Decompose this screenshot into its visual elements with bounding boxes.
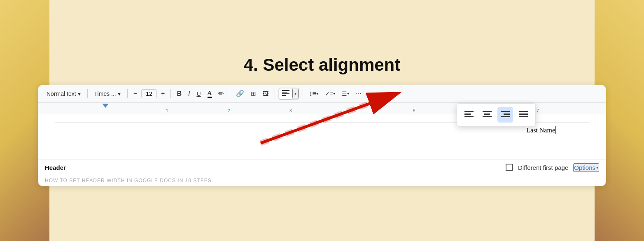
ruler-mark-3: 3	[289, 109, 292, 113]
separator-5	[275, 89, 275, 98]
svg-rect-5	[464, 114, 471, 115]
font-size-value: 12	[146, 90, 152, 97]
align-popup	[457, 103, 536, 126]
svg-rect-2	[282, 93, 289, 94]
ruler-mark-2: 2	[228, 109, 230, 113]
font-size-increase[interactable]: +	[159, 89, 167, 98]
header-label: Header	[45, 164, 66, 171]
font-size-input[interactable]: 12	[141, 89, 157, 98]
main-container: 4. Select alignment Normal text ▾ Times …	[38, 55, 606, 186]
text-cursor	[555, 126, 556, 134]
svg-rect-3	[282, 95, 286, 96]
align-left-icon	[282, 90, 289, 96]
different-first-page-label: Different first page	[518, 164, 568, 171]
svg-rect-4	[464, 111, 474, 112]
svg-rect-0	[282, 90, 289, 91]
bold-icon: B	[177, 90, 182, 97]
link-icon: 🔗	[236, 90, 244, 97]
separator-6	[303, 89, 303, 98]
highlight-button[interactable]: ✏	[216, 88, 226, 100]
ruler-mark-4: 4	[351, 109, 354, 113]
insert-icon: ⊞	[251, 90, 256, 97]
align-center-popup-button[interactable]	[479, 107, 495, 123]
bottom-hint-text: HOW TO SET HEADER WIDTH IN GOOGLE DOCS I…	[38, 175, 606, 186]
footer-right: Different first page Options ▾	[506, 163, 599, 172]
insert-button[interactable]: ⊞	[248, 88, 259, 99]
underline-icon: U	[196, 90, 201, 97]
align-left-popup-icon	[464, 111, 474, 118]
svg-rect-1	[282, 92, 287, 93]
svg-rect-13	[519, 111, 528, 112]
font-color-icon: A	[208, 90, 212, 98]
svg-rect-9	[483, 116, 492, 117]
toolbar: Normal text ▾ Times ... ▾ − 12 + B	[38, 85, 606, 103]
svg-rect-11	[504, 114, 510, 115]
align-dropdown-button[interactable]: ▾	[292, 89, 299, 98]
font-label: Times ...	[94, 90, 116, 97]
font-dropdown-icon: ▾	[118, 90, 121, 97]
page-title: 4. Select alignment	[244, 55, 400, 75]
normal-text-dropdown-icon: ▾	[78, 90, 81, 97]
svg-rect-14	[519, 114, 528, 115]
svg-rect-10	[501, 111, 510, 112]
svg-rect-15	[519, 116, 528, 117]
more-button[interactable]: ⋯	[353, 89, 364, 99]
svg-rect-6	[464, 116, 474, 117]
normal-text-button[interactable]: Normal text ▾	[43, 89, 84, 99]
svg-rect-8	[484, 114, 490, 115]
different-first-page-checkbox[interactable]	[506, 164, 513, 171]
line-spacing-button[interactable]: ↕≡ ▾	[306, 88, 320, 99]
separator-1	[87, 89, 88, 98]
align-right-popup-button[interactable]	[497, 107, 513, 123]
last-name-text: Last Name	[526, 127, 555, 134]
separator-3	[170, 89, 171, 98]
ruler-mark-5: 5	[413, 109, 415, 113]
font-selector[interactable]: Times ... ▾	[91, 89, 124, 99]
image-icon: 🖼	[263, 90, 269, 97]
bullets-button[interactable]: ☰ ▾	[339, 89, 352, 99]
font-size-decrease[interactable]: −	[131, 89, 140, 98]
ruler-mark-7: 7	[537, 109, 539, 113]
document-container: Normal text ▾ Times ... ▾ − 12 + B	[38, 85, 606, 186]
highlight-icon: ✏	[218, 89, 224, 98]
bullets-icon: ☰	[342, 90, 347, 97]
normal-text-label: Normal text	[47, 90, 76, 97]
document-footer: Header Different first page Options ▾	[38, 160, 606, 175]
options-dropdown-icon: ▾	[596, 165, 598, 170]
bold-button[interactable]: B	[174, 88, 184, 99]
line-spacing-icon: ↕≡	[309, 90, 316, 97]
ruler-mark-1: 1	[166, 109, 168, 113]
options-label: Options	[574, 164, 595, 171]
align-left-popup-button[interactable]	[461, 107, 477, 123]
align-active-button[interactable]	[279, 88, 292, 99]
plus-icon: +	[161, 90, 165, 97]
svg-rect-7	[483, 111, 492, 112]
link-button[interactable]: 🔗	[233, 88, 247, 99]
more-icon: ⋯	[356, 90, 362, 97]
checklist-icon: ✓≡	[325, 90, 333, 97]
image-button[interactable]: 🖼	[260, 88, 271, 99]
document-text[interactable]: Last Name	[55, 126, 589, 134]
separator-4	[230, 89, 230, 98]
checklist-button[interactable]: ✓≡ ▾	[322, 89, 338, 99]
align-group: ▾	[278, 88, 299, 100]
align-justify-popup-button[interactable]	[516, 107, 531, 123]
svg-rect-12	[501, 116, 510, 117]
align-center-popup-icon	[483, 111, 492, 118]
align-right-popup-icon	[501, 111, 510, 118]
align-justify-popup-icon	[519, 111, 528, 118]
separator-2	[127, 89, 128, 98]
underline-button[interactable]: U	[194, 89, 203, 99]
minus-icon: −	[133, 90, 137, 97]
font-color-button[interactable]: A	[205, 88, 215, 100]
italic-button[interactable]: I	[186, 88, 192, 99]
options-button[interactable]: Options ▾	[573, 163, 599, 172]
italic-icon: I	[188, 90, 190, 97]
